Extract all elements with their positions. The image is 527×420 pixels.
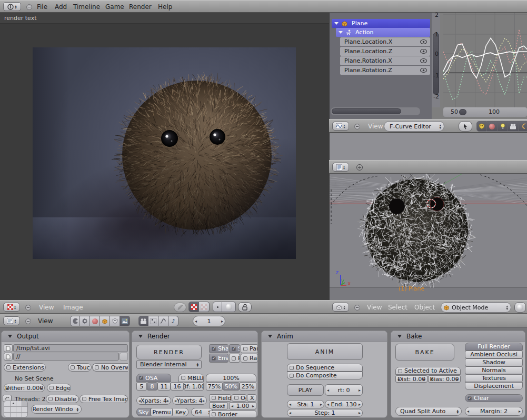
subcontext-anim-button[interactable] — [158, 316, 168, 326]
clear-toggle-active[interactable]: Clear — [465, 394, 523, 402]
osa-toggle[interactable]: OSA — [136, 374, 171, 382]
menu-render[interactable]: Render — [129, 3, 152, 11]
editor-type-button[interactable]: ▴▾ — [332, 163, 349, 172]
envmap-toggle[interactable]: EnvM — [209, 354, 228, 363]
editor-type-button[interactable]: ▴▾ — [3, 316, 20, 325]
backbuf-extra-button[interactable] — [120, 353, 128, 361]
radio-toggle[interactable]: Radi — [241, 354, 258, 363]
output-path-field[interactable]: /tmp/tst.avi — [13, 344, 128, 352]
edge-toggle[interactable]: Edge — [47, 384, 71, 392]
editor-type-button[interactable]: ▴▾ — [332, 122, 349, 131]
margin-slider[interactable]: Margin: 2 — [465, 407, 523, 416]
menu-add[interactable]: Add — [55, 3, 67, 11]
yparts-slider[interactable]: Yparts: 4 — [172, 396, 207, 405]
shadow-toggle[interactable]: Shad — [209, 344, 228, 353]
image-checker-toggle-active[interactable] — [188, 302, 199, 312]
sta-slider[interactable]: Sta: 1 — [287, 400, 324, 408]
bake-mode-normals[interactable]: Normals — [465, 366, 523, 374]
do-composite-toggle[interactable]: Do Composite — [287, 372, 363, 379]
border-toggle[interactable]: Border — [209, 411, 256, 418]
viewport-3d[interactable]: (1) Plane z y x — [329, 174, 527, 300]
bake-mode-full-render-active[interactable]: Full Render — [465, 343, 523, 351]
ray-toggle[interactable]: Ra — [229, 354, 240, 363]
osa-11-button[interactable]: 11 — [157, 382, 171, 391]
zoom-plus-button[interactable] — [356, 164, 363, 171]
osa-8-button-active[interactable]: 8 — [147, 382, 157, 391]
context-shading-button[interactable] — [90, 316, 100, 326]
quad-split-dropdown[interactable]: Quad Split Auto — [395, 407, 462, 416]
channel-row[interactable]: Plane.Location.Z — [340, 47, 430, 56]
size-100-button[interactable]: 100% — [206, 374, 256, 382]
engine-dropdown[interactable]: Blender Internal — [136, 360, 202, 369]
dist-slider[interactable]: Dist: 0.00 — [395, 375, 427, 383]
menu-select[interactable]: Select — [388, 304, 407, 311]
key-button[interactable]: Key — [173, 408, 188, 416]
render-placement-grid[interactable] — [4, 401, 28, 417]
rt-slider[interactable]: rt: 0 — [325, 384, 363, 396]
visibility-eye-icon[interactable] — [420, 58, 427, 63]
text-editor-area[interactable] — [329, 133, 527, 160]
menu-view[interactable]: View — [368, 123, 383, 130]
bake-mode-textures[interactable]: Textures — [465, 374, 523, 382]
cursor-filter-button[interactable] — [459, 121, 472, 132]
sphere-button[interactable] — [222, 302, 236, 312]
channel-hscroll-track[interactable] — [331, 107, 420, 115]
editor-type-button[interactable]: ▴▾ — [3, 303, 20, 312]
menu-object[interactable]: Object — [414, 304, 435, 311]
subcontext-sequencer-button[interactable] — [148, 316, 158, 326]
fields-toggle[interactable]: Fields — [209, 394, 231, 402]
menu-view[interactable]: View — [367, 304, 382, 311]
panel-bake-header[interactable]: Bake — [391, 331, 525, 342]
header-collapse-button[interactable] — [26, 4, 32, 10]
channel-row-object[interactable]: Plane — [332, 19, 430, 28]
filter-ghost-button[interactable] — [476, 121, 487, 132]
menu-view[interactable]: View — [39, 304, 54, 311]
pano-toggle[interactable]: Pano — [241, 344, 258, 353]
menu-file[interactable]: File — [37, 3, 47, 11]
sky-button-active[interactable]: Sky — [136, 408, 151, 416]
anim-button[interactable]: ANIM — [287, 343, 363, 360]
visibility-eye-icon[interactable] — [420, 49, 427, 54]
graph-hscroll-thumb[interactable] — [459, 109, 466, 115]
step-slider[interactable]: Step: 1 — [287, 409, 363, 417]
bake-mode-ao[interactable]: Ambient Occlusi — [465, 351, 523, 358]
backbuf-path-field[interactable]: // — [13, 353, 119, 361]
editor-type-button[interactable]: ▴▾ — [332, 303, 349, 312]
filter-curve-button[interactable] — [519, 121, 527, 132]
header-collapse-button[interactable] — [25, 305, 31, 311]
touch-toggle[interactable]: Touc — [68, 363, 92, 372]
filter-scene-button[interactable] — [508, 121, 519, 132]
frame-number-field[interactable]: 1 — [193, 316, 225, 326]
no-overwrite-toggle[interactable]: No Overwrit — [92, 363, 128, 372]
graph-vscroll-thumb[interactable] — [433, 33, 439, 95]
bf-slider[interactable]: Bf: 1.00 — [184, 382, 204, 391]
pencil-paint-button[interactable] — [174, 303, 186, 312]
channel-row[interactable]: Plane.Rotation.X — [340, 56, 430, 65]
osa-5-button[interactable]: 5 — [136, 382, 147, 391]
panel-render-header[interactable]: Render — [132, 331, 257, 342]
render-button[interactable]: RENDER — [136, 345, 202, 359]
dither-slider[interactable]: Dither: 0.000 — [4, 384, 45, 392]
file-browse-button[interactable] — [4, 353, 13, 361]
bias-slider[interactable]: Bias: 0.00 — [428, 375, 461, 383]
context-object-button[interactable] — [100, 316, 110, 326]
fcurve-graph-region[interactable]: 2 1 0 -1 -2 50 100 — [432, 13, 527, 119]
window-type-button[interactable]: ▴▾ — [3, 2, 21, 11]
header-collapse-button[interactable] — [354, 305, 360, 311]
subcontext-render-button-active[interactable] — [138, 316, 148, 326]
premul-button[interactable]: Premu — [151, 408, 173, 416]
size-25-button[interactable]: 25% — [240, 382, 256, 391]
header-collapse-button[interactable] — [354, 124, 360, 129]
render-window-dropdown[interactable]: Render Windo — [31, 405, 82, 414]
xparts-slider[interactable]: Xparts: 4 — [136, 396, 171, 405]
do-sequence-toggle[interactable]: Do Sequence — [287, 364, 363, 372]
menu-timeline[interactable]: Timeline — [73, 3, 100, 11]
channel-hscroll-thumb[interactable] — [332, 108, 401, 114]
menu-game[interactable]: Game — [105, 3, 124, 11]
image-checker-toggle-faded[interactable] — [199, 302, 210, 312]
mode-dropdown[interactable]: Object Mode — [441, 302, 511, 313]
mblur-toggle[interactable]: MBLUR — [178, 374, 204, 382]
bake-mode-displacement[interactable]: Displacement — [465, 382, 523, 390]
menu-image[interactable]: Image — [63, 304, 83, 311]
bake-button[interactable]: BAKE — [395, 344, 454, 361]
